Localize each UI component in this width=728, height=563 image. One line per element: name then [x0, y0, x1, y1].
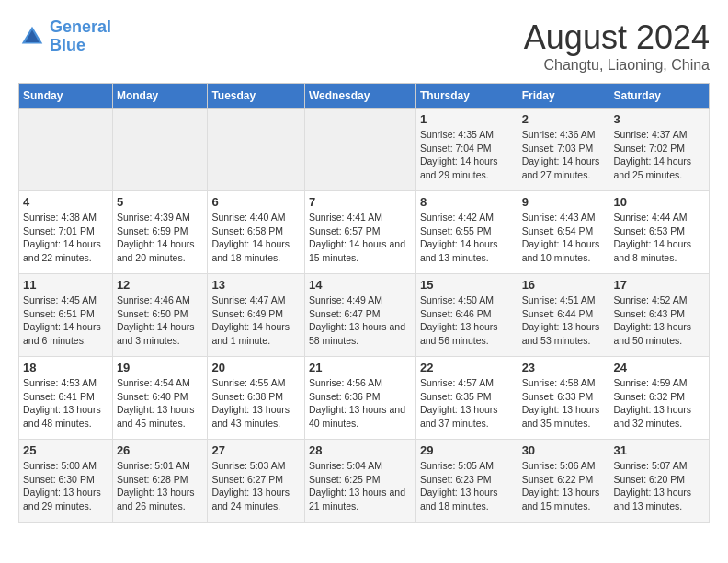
weekday-header-sunday: Sunday — [19, 84, 113, 109]
day-number: 2 — [522, 112, 606, 126]
calendar-cell: 6Sunrise: 4:40 AM Sunset: 6:58 PM Daylig… — [208, 191, 305, 274]
day-number: 20 — [211, 361, 301, 374]
cell-content: Sunrise: 4:46 AM Sunset: 6:50 PM Dayligh… — [117, 293, 204, 348]
calendar-cell: 20Sunrise: 4:55 AM Sunset: 6:38 PM Dayli… — [208, 357, 305, 440]
header: General Blue August 2024 Changtu, Liaoni… — [18, 18, 710, 74]
calendar-cell: 3Sunrise: 4:37 AM Sunset: 7:02 PM Daylig… — [609, 109, 710, 191]
day-number: 11 — [23, 278, 108, 292]
day-number: 23 — [522, 361, 606, 374]
calendar-cell — [208, 109, 305, 191]
cell-content: Sunrise: 4:40 AM Sunset: 6:58 PM Dayligh… — [211, 211, 301, 265]
calendar-cell: 5Sunrise: 4:39 AM Sunset: 6:59 PM Daylig… — [112, 191, 208, 274]
logo-line2: Blue — [50, 36, 85, 54]
calendar-cell: 28Sunrise: 5:04 AM Sunset: 6:25 PM Dayli… — [304, 440, 415, 523]
cell-content: Sunrise: 4:54 AM Sunset: 6:40 PM Dayligh… — [117, 376, 204, 431]
cell-content: Sunrise: 4:36 AM Sunset: 7:03 PM Dayligh… — [522, 128, 606, 182]
day-number: 3 — [613, 112, 705, 126]
calendar-cell: 16Sunrise: 4:51 AM Sunset: 6:44 PM Dayli… — [518, 274, 609, 357]
day-number: 27 — [211, 443, 301, 457]
day-number: 22 — [420, 361, 514, 374]
calendar-cell: 29Sunrise: 5:05 AM Sunset: 6:23 PM Dayli… — [415, 440, 518, 523]
cell-content: Sunrise: 4:47 AM Sunset: 6:49 PM Dayligh… — [211, 293, 301, 348]
day-number: 10 — [613, 195, 705, 209]
cell-content: Sunrise: 4:37 AM Sunset: 7:02 PM Dayligh… — [613, 128, 705, 182]
calendar-cell: 19Sunrise: 4:54 AM Sunset: 6:40 PM Dayli… — [112, 357, 208, 440]
weekday-header-row: SundayMondayTuesdayWednesdayThursdayFrid… — [19, 84, 710, 109]
day-number: 14 — [309, 278, 412, 292]
calendar-cell — [19, 109, 113, 191]
calendar-cell: 21Sunrise: 4:56 AM Sunset: 6:36 PM Dayli… — [304, 357, 415, 440]
calendar-cell: 18Sunrise: 4:53 AM Sunset: 6:41 PM Dayli… — [19, 357, 113, 440]
day-number: 17 — [613, 278, 705, 292]
cell-content: Sunrise: 4:38 AM Sunset: 7:01 PM Dayligh… — [23, 211, 108, 265]
logo: General Blue — [18, 18, 111, 55]
weekday-header-tuesday: Tuesday — [208, 84, 305, 109]
calendar-cell: 10Sunrise: 4:44 AM Sunset: 6:53 PM Dayli… — [609, 191, 710, 274]
day-number: 15 — [420, 278, 514, 292]
calendar-cell: 8Sunrise: 4:42 AM Sunset: 6:55 PM Daylig… — [415, 191, 518, 274]
cell-content: Sunrise: 5:05 AM Sunset: 6:23 PM Dayligh… — [420, 459, 514, 513]
subtitle: Changtu, Liaoning, China — [524, 57, 710, 74]
weekday-header-wednesday: Wednesday — [304, 84, 415, 109]
cell-content: Sunrise: 4:35 AM Sunset: 7:04 PM Dayligh… — [420, 128, 514, 182]
logo-icon — [18, 23, 46, 51]
day-number: 26 — [117, 443, 204, 457]
day-number: 13 — [211, 278, 301, 292]
day-number: 19 — [117, 361, 204, 374]
calendar-cell: 2Sunrise: 4:36 AM Sunset: 7:03 PM Daylig… — [518, 109, 609, 191]
day-number: 6 — [211, 195, 301, 209]
cell-content: Sunrise: 4:50 AM Sunset: 6:46 PM Dayligh… — [420, 293, 514, 348]
calendar-cell: 25Sunrise: 5:00 AM Sunset: 6:30 PM Dayli… — [19, 440, 113, 523]
cell-content: Sunrise: 4:51 AM Sunset: 6:44 PM Dayligh… — [522, 293, 606, 348]
calendar-cell — [112, 109, 208, 191]
cell-content: Sunrise: 4:41 AM Sunset: 6:57 PM Dayligh… — [309, 211, 412, 265]
cell-content: Sunrise: 4:53 AM Sunset: 6:41 PM Dayligh… — [23, 376, 108, 431]
main-title: August 2024 — [524, 18, 710, 57]
logo-text: General Blue — [50, 18, 111, 55]
calendar-cell: 17Sunrise: 4:52 AM Sunset: 6:43 PM Dayli… — [609, 274, 710, 357]
calendar-row-3: 18Sunrise: 4:53 AM Sunset: 6:41 PM Dayli… — [19, 357, 710, 440]
day-number: 30 — [522, 443, 606, 457]
calendar-cell: 9Sunrise: 4:43 AM Sunset: 6:54 PM Daylig… — [518, 191, 609, 274]
calendar-cell: 23Sunrise: 4:58 AM Sunset: 6:33 PM Dayli… — [518, 357, 609, 440]
day-number: 4 — [23, 195, 108, 209]
cell-content: Sunrise: 5:07 AM Sunset: 6:20 PM Dayligh… — [613, 459, 705, 513]
weekday-header-thursday: Thursday — [415, 84, 518, 109]
calendar-cell: 22Sunrise: 4:57 AM Sunset: 6:35 PM Dayli… — [415, 357, 518, 440]
cell-content: Sunrise: 5:04 AM Sunset: 6:25 PM Dayligh… — [309, 459, 412, 513]
calendar-cell: 1Sunrise: 4:35 AM Sunset: 7:04 PM Daylig… — [415, 109, 518, 191]
cell-content: Sunrise: 5:01 AM Sunset: 6:28 PM Dayligh… — [117, 459, 204, 513]
day-number: 21 — [309, 361, 412, 374]
day-number: 7 — [309, 195, 412, 209]
day-number: 16 — [522, 278, 606, 292]
calendar-cell: 12Sunrise: 4:46 AM Sunset: 6:50 PM Dayli… — [112, 274, 208, 357]
title-section: August 2024 Changtu, Liaoning, China — [524, 18, 710, 74]
calendar-row-2: 11Sunrise: 4:45 AM Sunset: 6:51 PM Dayli… — [19, 274, 710, 357]
calendar-cell: 14Sunrise: 4:49 AM Sunset: 6:47 PM Dayli… — [304, 274, 415, 357]
day-number: 1 — [420, 112, 514, 126]
calendar-cell: 30Sunrise: 5:06 AM Sunset: 6:22 PM Dayli… — [518, 440, 609, 523]
cell-content: Sunrise: 4:44 AM Sunset: 6:53 PM Dayligh… — [613, 211, 705, 265]
calendar-cell: 13Sunrise: 4:47 AM Sunset: 6:49 PM Dayli… — [208, 274, 305, 357]
cell-content: Sunrise: 4:43 AM Sunset: 6:54 PM Dayligh… — [522, 211, 606, 265]
day-number: 9 — [522, 195, 606, 209]
cell-content: Sunrise: 4:39 AM Sunset: 6:59 PM Dayligh… — [117, 211, 204, 265]
cell-content: Sunrise: 4:59 AM Sunset: 6:32 PM Dayligh… — [613, 376, 705, 431]
calendar-cell: 31Sunrise: 5:07 AM Sunset: 6:20 PM Dayli… — [609, 440, 710, 523]
day-number: 5 — [117, 195, 204, 209]
cell-content: Sunrise: 4:52 AM Sunset: 6:43 PM Dayligh… — [613, 293, 705, 348]
day-number: 29 — [420, 443, 514, 457]
calendar-cell: 26Sunrise: 5:01 AM Sunset: 6:28 PM Dayli… — [112, 440, 208, 523]
cell-content: Sunrise: 4:57 AM Sunset: 6:35 PM Dayligh… — [420, 376, 514, 431]
calendar-cell — [304, 109, 415, 191]
cell-content: Sunrise: 4:56 AM Sunset: 6:36 PM Dayligh… — [309, 376, 412, 431]
calendar-table: SundayMondayTuesdayWednesdayThursdayFrid… — [18, 83, 710, 523]
cell-content: Sunrise: 4:58 AM Sunset: 6:33 PM Dayligh… — [522, 376, 606, 431]
day-number: 31 — [613, 443, 705, 457]
weekday-header-saturday: Saturday — [609, 84, 710, 109]
cell-content: Sunrise: 4:49 AM Sunset: 6:47 PM Dayligh… — [309, 293, 412, 348]
cell-content: Sunrise: 5:00 AM Sunset: 6:30 PM Dayligh… — [23, 459, 108, 513]
calendar-cell: 11Sunrise: 4:45 AM Sunset: 6:51 PM Dayli… — [19, 274, 113, 357]
calendar-row-1: 4Sunrise: 4:38 AM Sunset: 7:01 PM Daylig… — [19, 191, 710, 274]
calendar-row-0: 1Sunrise: 4:35 AM Sunset: 7:04 PM Daylig… — [19, 109, 710, 191]
